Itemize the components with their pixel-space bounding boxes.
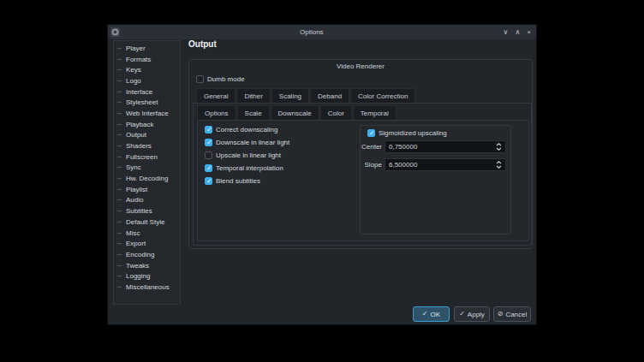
- tree-branch-tick: [117, 102, 122, 103]
- checkbox-label: Correct downscaling: [216, 126, 277, 134]
- tree-branch-tick: [117, 189, 122, 190]
- apply-button[interactable]: ✓ Apply: [454, 306, 490, 322]
- sidebar-item[interactable]: Formats: [114, 54, 180, 65]
- sidebar-item[interactable]: Default Style: [114, 217, 180, 228]
- ok-button[interactable]: ✓ OK: [413, 306, 450, 322]
- renderer-tab[interactable]: General: [196, 88, 236, 103]
- sidebar-item[interactable]: Shaders: [114, 140, 180, 151]
- tree-branch: [117, 211, 124, 211]
- tree-branch-tick: [117, 48, 122, 49]
- dumb-mode-checkbox[interactable]: Dumb mode: [196, 75, 245, 83]
- option-checkbox[interactable]: Upscale in linear light: [205, 149, 289, 162]
- scaling-tab[interactable]: Temporal: [353, 105, 397, 120]
- spinner-up-icon[interactable]: [496, 143, 502, 146]
- video-renderer-group: Video Renderer Dumb mode General Dither …: [188, 59, 533, 249]
- sigmoid-checkbox[interactable]: Sigmoidized upscaling: [367, 129, 447, 137]
- renderer-tabbar: General Dither Scaling Deband Color Corr…: [196, 88, 416, 103]
- cancel-button[interactable]: ⊘ Cancel: [493, 306, 531, 322]
- tree-branch-tick: [117, 80, 122, 81]
- tree-branch-tick: [117, 254, 122, 255]
- minimize-icon[interactable]: ∨: [504, 28, 509, 37]
- sidebar-item[interactable]: Subtitles: [114, 205, 180, 217]
- sidebar-item[interactable]: Playback: [114, 119, 180, 130]
- tab-label: Options: [205, 110, 229, 117]
- sidebar-item[interactable]: Logging: [114, 270, 180, 282]
- options-dialog: Options ∨ ∧ × Player: [107, 24, 537, 325]
- titlebar[interactable]: Options ∨ ∧ ×: [108, 25, 536, 39]
- scaling-tab[interactable]: Scale: [237, 105, 270, 120]
- sidebar-item[interactable]: Misc: [114, 228, 180, 239]
- sidebar-item[interactable]: Keys: [114, 64, 180, 75]
- scaling-tab[interactable]: Color: [320, 105, 352, 120]
- tree-branch-tick: [117, 92, 122, 92]
- maximize-icon[interactable]: ∧: [515, 28, 520, 37]
- scaling-tab[interactable]: Options: [197, 105, 236, 120]
- renderer-tab[interactable]: Dither: [236, 88, 270, 103]
- sidebar-item[interactable]: Hw. Decoding: [114, 173, 180, 184]
- renderer-tab[interactable]: Deband: [310, 88, 349, 103]
- slope-spinbox[interactable]: 6,500000: [385, 158, 506, 171]
- sidebar-item-label: Interface: [124, 87, 180, 97]
- tree-branch: [117, 222, 124, 223]
- checkbox-box[interactable]: [205, 164, 212, 172]
- center-spinbox[interactable]: 0,750000: [385, 140, 506, 153]
- checkbox-box[interactable]: [205, 126, 212, 134]
- tree-branch: [117, 48, 124, 49]
- sidebar-item[interactable]: Interface: [114, 86, 180, 98]
- scaling-tab[interactable]: Downscale: [271, 105, 319, 120]
- sidebar-item[interactable]: Player: [114, 43, 180, 54]
- option-checkbox[interactable]: Temporal interpolation: [205, 162, 289, 175]
- tree-branch-tick: [117, 222, 122, 223]
- sidebar-item-label: Logo: [124, 76, 180, 86]
- sidebar-item[interactable]: Sync: [114, 163, 180, 174]
- sidebar-item[interactable]: Fullscreen: [114, 151, 180, 163]
- tree-branch: [117, 80, 124, 81]
- option-checkbox[interactable]: Downscale in linear light: [205, 136, 289, 149]
- tree-branch: [117, 189, 124, 190]
- sidebar-item[interactable]: Logo: [114, 75, 180, 86]
- sidebar-item[interactable]: Export: [114, 238, 180, 249]
- checkbox-box[interactable]: [196, 75, 204, 83]
- sidebar-item[interactable]: Audio: [114, 195, 180, 206]
- renderer-tab[interactable]: Scaling: [271, 88, 309, 103]
- scaling-option-list: Correct downscaling Downscale in linear …: [205, 123, 289, 187]
- renderer-tab[interactable]: Color Correction: [350, 88, 415, 103]
- sidebar-item[interactable]: Output: [114, 130, 180, 141]
- tree-branch-tick: [117, 145, 122, 146]
- sigmoid-frame: Sigmoidized upscaling Center 0,750000: [360, 125, 511, 234]
- sidebar-item[interactable]: Miscellaneous: [114, 282, 180, 293]
- sidebar-item-label: Player: [124, 44, 180, 53]
- sidebar-item-label: Output: [124, 130, 180, 139]
- spin-value[interactable]: 0,750000: [385, 143, 496, 151]
- checkbox-label: Dumb mode: [207, 75, 245, 83]
- app-icon: [110, 27, 120, 37]
- sidebar-item-label: Shaders: [124, 141, 180, 151]
- spinner-up-icon[interactable]: [496, 161, 502, 164]
- sidebar-item[interactable]: Tweaks: [114, 260, 180, 271]
- checkbox-box[interactable]: [367, 129, 375, 137]
- sidebar-item[interactable]: Web Interface: [114, 108, 180, 119]
- tree-branch-tick: [117, 265, 122, 266]
- close-icon[interactable]: ×: [527, 28, 531, 37]
- tree-branch: [117, 59, 124, 60]
- sidebar-item[interactable]: Stylesheet: [114, 97, 180, 108]
- option-checkbox[interactable]: Blend subtitles: [205, 175, 289, 187]
- option-checkbox[interactable]: Correct downscaling: [205, 123, 289, 136]
- sidebar-item[interactable]: Playlist: [114, 184, 180, 195]
- tab-label: General: [204, 92, 228, 100]
- spinner-down-icon[interactable]: [496, 147, 502, 151]
- checkbox-box[interactable]: [205, 151, 212, 159]
- sidebar-item-label: Encoding: [124, 250, 180, 259]
- sidebar-item-label: Keys: [124, 65, 180, 74]
- sidebar-item[interactable]: Encoding: [114, 249, 180, 260]
- checkbox-label: Blend subtitles: [216, 177, 260, 185]
- checkbox-box[interactable]: [205, 177, 212, 185]
- tree-branch-tick: [117, 124, 122, 125]
- spinner-down-icon[interactable]: [496, 165, 502, 169]
- tree-branch-tick: [117, 199, 122, 200]
- prohibition-icon: ⊘: [498, 311, 504, 317]
- checkbox-box[interactable]: [205, 139, 212, 146]
- tree-branch: [117, 102, 124, 103]
- tree-branch-tick: [117, 276, 122, 276]
- spin-value[interactable]: 6,500000: [385, 161, 496, 169]
